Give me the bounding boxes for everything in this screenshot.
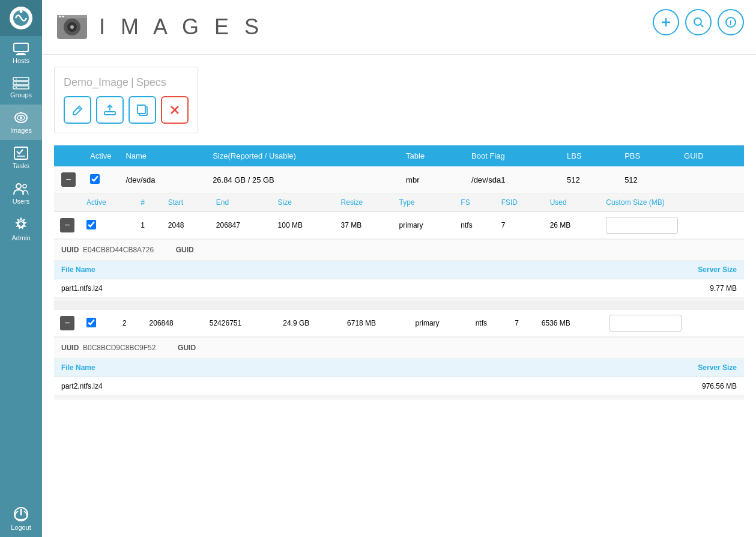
part1-active-cell — [80, 212, 135, 239]
col-active — [54, 145, 83, 166]
part1-collapse-button[interactable]: − — [60, 218, 74, 232]
partition-2-table: − 2 206848 52426751 24.9 GB — [54, 310, 744, 337]
part1-fs: ntfs — [455, 212, 495, 239]
copy-button[interactable] — [129, 96, 156, 124]
part2-customsize-input[interactable] — [609, 315, 682, 332]
sidebar-item-tasks[interactable]: Tasks — [0, 140, 42, 175]
svg-point-18 — [16, 184, 21, 189]
part1-file-name: part1.ntfs.lz4 — [54, 279, 407, 298]
disk-row: − /dev/sda 26.84 GB / 25 GB mbr /dev/sda… — [54, 166, 744, 193]
part2-customsize-cell — [603, 310, 744, 337]
part2-size: 24.9 GB — [277, 310, 341, 337]
disk-collapse-button[interactable]: − — [61, 172, 76, 187]
disk-name: /dev/sda — [118, 166, 205, 193]
file2-col-size: Server Size — [407, 359, 744, 377]
sub-col-resize: Resize — [335, 193, 393, 212]
sidebar-item-hosts[interactable]: Hosts — [0, 36, 42, 70]
sub-col-customsize: Custom Size (MB) — [600, 193, 744, 212]
svg-rect-16 — [14, 147, 28, 159]
partition-2-section: − 2 206848 52426751 24.9 GB — [54, 310, 744, 396]
sidebar-item-logout[interactable]: Logout — [0, 500, 42, 537]
part2-collapse-button[interactable]: − — [60, 316, 74, 330]
col-bootflag: Boot Flag — [464, 145, 560, 166]
col-table: Table — [399, 145, 464, 166]
partition-container-row: Active # Start End Size Resize Type FS F — [54, 193, 744, 399]
sub-col-end: End — [210, 193, 272, 212]
part2-file-size: 976.56 MB — [407, 377, 744, 396]
svg-point-26 — [70, 25, 74, 29]
part1-start: 2048 — [162, 212, 210, 239]
sub-col-fs: FS — [455, 193, 495, 212]
disk-size: 26.84 GB / 25 GB — [205, 166, 399, 193]
sub-col-used: Used — [544, 193, 600, 212]
col-active-check: Active — [83, 145, 118, 166]
svg-point-29 — [62, 16, 64, 17]
disk-active-checkbox[interactable] — [90, 174, 100, 184]
disk-lbs: 512 — [560, 166, 617, 193]
disk-minus-cell: − — [54, 166, 83, 193]
svg-point-32 — [694, 18, 701, 25]
partition-1-section: Active # Start End Size Resize Type FS F — [54, 193, 744, 298]
sidebar-item-admin[interactable]: Admin — [0, 211, 42, 247]
disk-table-type: mbr — [399, 166, 464, 193]
svg-rect-3 — [14, 43, 28, 52]
upload-button[interactable] — [96, 96, 124, 124]
image-actions — [64, 96, 189, 124]
info-button[interactable]: i — [718, 9, 744, 35]
search-button[interactable] — [685, 9, 712, 35]
part2-end: 52426751 — [204, 310, 277, 337]
part1-resize: 37 MB — [335, 212, 393, 239]
part1-type: primary — [393, 212, 455, 239]
part1-used: 26 MB — [544, 212, 600, 239]
part2-start: 206848 — [144, 310, 204, 337]
part1-active-checkbox[interactable] — [86, 220, 96, 229]
sidebar-item-images[interactable]: Images — [0, 105, 42, 140]
part2-number: 2 — [116, 310, 144, 337]
page-header: I M A G E S i — [42, 0, 756, 55]
part1-uuid-row: UUID E04CB8D44CB8A726 GUID — [54, 239, 744, 261]
main-content: I M A G E S i Demo_Image|Specs — [42, 0, 756, 537]
svg-line-33 — [701, 25, 704, 28]
sidebar-item-groups[interactable]: Groups — [0, 70, 42, 105]
part1-file-size: 9.77 MB — [407, 279, 744, 298]
part2-used: 6536 MB — [536, 310, 604, 337]
page-title: I M A G E S — [99, 14, 264, 40]
disk-active-cell — [83, 166, 118, 193]
col-guid: GUID — [677, 145, 744, 166]
svg-rect-40 — [138, 105, 145, 114]
part2-active-checkbox[interactable] — [86, 318, 96, 327]
disk-guid — [677, 166, 744, 193]
image-card: Demo_Image|Specs — [54, 67, 198, 133]
edit-button[interactable] — [64, 96, 91, 124]
svg-rect-5 — [16, 54, 26, 55]
part1-file-row: part1.ntfs.lz4 9.77 MB — [54, 279, 744, 298]
page-content: Demo_Image|Specs — [42, 55, 756, 411]
svg-point-14 — [20, 117, 22, 119]
part1-number: 1 — [135, 212, 162, 239]
sub-col-type: Type — [393, 193, 455, 212]
partition-1-row: − 1 2048 206847 100 MB — [54, 212, 744, 239]
disk-table: Active Name Size(Reported / Usable) Tabl… — [54, 145, 744, 399]
add-button[interactable] — [653, 9, 679, 35]
part2-type: primary — [410, 310, 470, 337]
part2-uuid-row: UUID B0C8BCD9C8BC9F52 GUID — [54, 337, 744, 359]
svg-rect-8 — [13, 86, 29, 89]
part1-size: 100 MB — [272, 212, 335, 239]
svg-point-28 — [59, 16, 61, 17]
svg-rect-27 — [57, 15, 87, 18]
part2-fsid: 7 — [509, 310, 536, 337]
col-size: Size(Reported / Usable) — [205, 145, 399, 166]
col-lbs: LBS — [560, 145, 617, 166]
part1-customsize-input[interactable] — [606, 217, 678, 234]
sub-col-num: # — [135, 193, 162, 212]
svg-rect-37 — [104, 112, 115, 115]
part1-end: 206847 — [210, 212, 272, 239]
part1-minus-cell: − — [54, 212, 80, 239]
header-actions: i — [653, 9, 744, 35]
delete-button[interactable] — [161, 96, 189, 124]
sidebar-item-users[interactable]: Users — [0, 175, 42, 211]
partition-1-table: Active # Start End Size Resize Type FS F — [54, 193, 744, 239]
part2-resize: 6718 MB — [341, 310, 410, 337]
file-col-size: Server Size — [407, 261, 744, 279]
file-col-name: File Name — [54, 261, 407, 279]
